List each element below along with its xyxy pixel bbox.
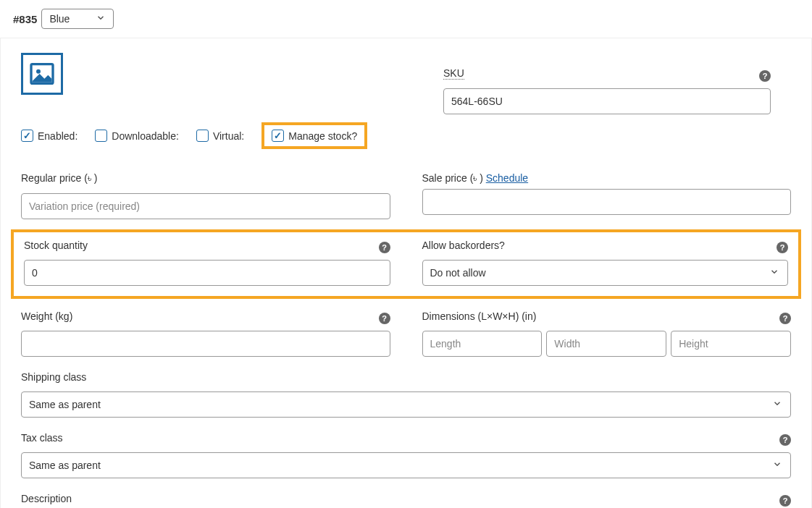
enabled-checkbox[interactable]: Enabled:: [21, 130, 78, 142]
sale-price-input[interactable]: [422, 189, 792, 215]
tax-class-label: Tax class: [21, 432, 63, 444]
chevron-down-icon: [96, 13, 106, 25]
help-icon[interactable]: ?: [779, 434, 791, 446]
stock-quantity-label: Stock quantity: [24, 240, 88, 251]
height-input[interactable]: [671, 331, 791, 357]
checkbox-icon: [21, 130, 33, 142]
regular-price-label: Regular price (৳ ): [21, 172, 97, 185]
virtual-checkbox[interactable]: Virtual:: [196, 130, 244, 142]
attribute-select-value: Blue: [49, 13, 70, 25]
allow-backorders-value: Do not allow: [430, 267, 486, 279]
attribute-select[interactable]: Blue: [41, 9, 114, 29]
enabled-label: Enabled:: [38, 130, 78, 142]
sku-input[interactable]: [443, 88, 771, 114]
tax-class-select[interactable]: Same as parent: [21, 452, 791, 478]
manage-stock-highlight: Manage stock?: [261, 122, 367, 149]
shipping-class-select[interactable]: Same as parent: [21, 391, 791, 418]
manage-stock-checkbox[interactable]: Manage stock?: [272, 130, 357, 142]
checkbox-icon: [95, 130, 107, 142]
help-icon[interactable]: ?: [379, 242, 390, 253]
svg-point-1: [36, 69, 41, 74]
manage-stock-label: Manage stock?: [288, 130, 357, 142]
downloadable-checkbox[interactable]: Downloadable:: [95, 130, 179, 142]
checkbox-icon: [272, 130, 284, 142]
help-icon[interactable]: ?: [777, 242, 788, 253]
stock-quantity-input[interactable]: [24, 260, 390, 286]
help-icon[interactable]: ?: [759, 70, 771, 82]
downloadable-label: Downloadable:: [112, 130, 179, 142]
schedule-link[interactable]: Schedule: [486, 172, 528, 184]
image-placeholder-icon: [21, 53, 63, 95]
virtual-label: Virtual:: [213, 130, 244, 142]
allow-backorders-select[interactable]: Do not allow: [422, 260, 789, 286]
shipping-class-label: Shipping class: [21, 371, 86, 383]
weight-label: Weight (kg): [21, 310, 72, 322]
description-label: Description: [21, 493, 72, 504]
variation-id: #835: [13, 13, 37, 25]
shipping-class-value: Same as parent: [29, 399, 101, 410]
stock-highlight: Stock quantity ? Allow backorders? ? Do …: [11, 229, 801, 299]
sale-price-label: Sale price (৳ ): [422, 172, 483, 184]
help-icon[interactable]: ?: [379, 313, 390, 324]
help-icon[interactable]: ?: [779, 495, 791, 507]
sku-label: SKU: [443, 67, 464, 80]
dimensions-label: Dimensions (L×W×H) (in): [422, 310, 537, 322]
allow-backorders-label: Allow backorders?: [422, 240, 505, 251]
length-input[interactable]: [422, 331, 543, 357]
weight-input[interactable]: [21, 331, 390, 357]
regular-price-input[interactable]: [21, 193, 390, 219]
tax-class-value: Same as parent: [29, 460, 101, 471]
help-icon[interactable]: ?: [779, 313, 791, 324]
checkbox-icon: [196, 130, 209, 142]
checkbox-row: Enabled: Downloadable: Virtual: Manage s…: [21, 122, 791, 149]
variation-header: #835 Blue: [0, 0, 812, 38]
width-input[interactable]: [546, 331, 666, 357]
